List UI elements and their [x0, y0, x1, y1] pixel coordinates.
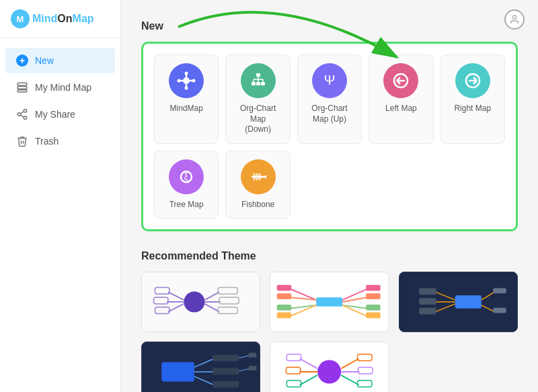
- mindmap-icon: [169, 63, 204, 98]
- map-card-org-up[interactable]: Ψ Org-Chart Map (Up): [297, 54, 362, 144]
- theme-card-5[interactable]: [270, 342, 389, 392]
- svg-rect-100: [249, 353, 257, 358]
- empty-cell-1: [297, 151, 362, 219]
- svg-text:ξ: ξ: [184, 171, 188, 182]
- user-avatar[interactable]: [504, 9, 525, 30]
- svg-rect-102: [249, 366, 257, 371]
- svg-rect-66: [277, 294, 291, 300]
- left-map-label: Left Map: [385, 104, 417, 114]
- svg-rect-91: [142, 343, 260, 392]
- svg-rect-88: [493, 288, 506, 294]
- recommended-grid: [141, 272, 518, 392]
- tree-map-icon: ξ: [169, 159, 204, 194]
- svg-rect-19: [256, 73, 260, 77]
- sidebar-nav: + New My Mind Map: [0, 38, 120, 392]
- svg-rect-2: [17, 90, 27, 92]
- svg-rect-26: [256, 82, 260, 85]
- org-down-icon: [241, 63, 276, 98]
- sidebar-item-new[interactable]: + New: [5, 48, 115, 73]
- svg-rect-92: [161, 362, 194, 382]
- new-section: New: [141, 20, 518, 231]
- map-card-org-down[interactable]: Org-Chart Map(Down): [225, 54, 290, 144]
- svg-rect-68: [277, 305, 291, 311]
- sidebar-item-new-label: New: [35, 55, 54, 66]
- org-up-label: Org-Chart Map (Up): [303, 104, 356, 124]
- fishbone-icon: [241, 159, 276, 194]
- svg-rect-78: [367, 313, 381, 319]
- main-content: New: [121, 0, 538, 392]
- layers-icon: [16, 81, 28, 93]
- sidebar-item-my-mind-map-label: My Mind Map: [35, 82, 91, 93]
- svg-line-6: [20, 115, 24, 117]
- theme-card-1[interactable]: [141, 272, 260, 332]
- org-down-label: Org-Chart Map(Down): [231, 104, 284, 135]
- empty-cell-3: [440, 151, 505, 219]
- left-map-icon: [383, 63, 418, 98]
- svg-point-8: [512, 15, 516, 19]
- trash-icon: [16, 135, 28, 147]
- logo-text: MindOnMap: [32, 13, 94, 25]
- svg-rect-90: [493, 308, 506, 313]
- map-grid-row2: ξ Tree Map: [154, 151, 505, 219]
- sidebar: M MindOnMap + New My Mind Map: [0, 0, 121, 392]
- svg-rect-64: [277, 285, 291, 291]
- recommended-title: Recommended Theme: [141, 250, 518, 262]
- mindmap-label: MindMap: [170, 104, 203, 114]
- logo-icon: M: [11, 9, 30, 28]
- svg-marker-46: [264, 175, 266, 179]
- logo: M MindOnMap: [0, 0, 120, 38]
- svg-rect-82: [419, 288, 436, 295]
- right-map-label: Right Map: [454, 104, 491, 114]
- sidebar-item-trash[interactable]: Trash: [5, 128, 115, 154]
- theme-card-4[interactable]: [141, 342, 260, 392]
- new-grid-wrapper: MindMap: [141, 42, 518, 231]
- new-section-title: New: [141, 20, 518, 32]
- map-card-tree[interactable]: ξ Tree Map: [154, 151, 219, 219]
- svg-point-3: [24, 110, 27, 113]
- svg-point-15: [185, 72, 188, 75]
- svg-rect-96: [213, 368, 239, 375]
- svg-rect-25: [252, 82, 256, 85]
- map-card-right[interactable]: Right Map: [440, 54, 505, 144]
- fishbone-label: Fishbone: [241, 200, 274, 210]
- svg-rect-94: [213, 355, 239, 362]
- map-card-left[interactable]: Left Map: [369, 54, 433, 144]
- svg-point-16: [185, 87, 188, 90]
- sidebar-item-my-share[interactable]: My Share: [5, 102, 115, 127]
- svg-rect-1: [17, 87, 27, 89]
- svg-rect-72: [367, 285, 381, 291]
- sidebar-item-my-mind-map[interactable]: My Mind Map: [5, 75, 115, 100]
- svg-point-10: [183, 77, 190, 84]
- svg-rect-27: [261, 82, 265, 85]
- svg-rect-80: [455, 296, 481, 309]
- svg-rect-62: [317, 298, 343, 307]
- theme-card-2[interactable]: [270, 272, 389, 332]
- svg-point-104: [317, 360, 341, 384]
- plus-icon: +: [16, 54, 28, 67]
- map-grid-row1: MindMap: [154, 54, 505, 144]
- map-card-mindmap[interactable]: MindMap: [154, 54, 219, 144]
- svg-rect-86: [419, 308, 436, 315]
- svg-text:Ψ: Ψ: [324, 73, 336, 87]
- sidebar-item-my-share-label: My Share: [35, 109, 75, 120]
- map-card-fishbone[interactable]: Fishbone: [225, 151, 290, 219]
- empty-cell-2: [369, 151, 433, 219]
- svg-rect-76: [367, 305, 381, 311]
- svg-rect-74: [367, 294, 381, 300]
- svg-point-4: [17, 113, 21, 116]
- right-map-icon: [455, 63, 490, 98]
- sidebar-item-trash-label: Trash: [35, 136, 59, 147]
- svg-rect-70: [277, 313, 291, 319]
- svg-point-48: [184, 292, 204, 313]
- svg-rect-0: [17, 83, 27, 85]
- svg-point-18: [192, 79, 196, 83]
- theme-card-3[interactable]: [399, 272, 518, 332]
- svg-line-7: [20, 112, 24, 114]
- share-icon: [16, 108, 28, 120]
- org-up-icon: Ψ: [312, 63, 347, 98]
- recommended-section: Recommended Theme: [141, 250, 518, 392]
- svg-rect-84: [419, 299, 436, 305]
- svg-point-5: [24, 116, 27, 120]
- svg-point-17: [178, 79, 181, 83]
- tree-map-label: Tree Map: [169, 200, 204, 210]
